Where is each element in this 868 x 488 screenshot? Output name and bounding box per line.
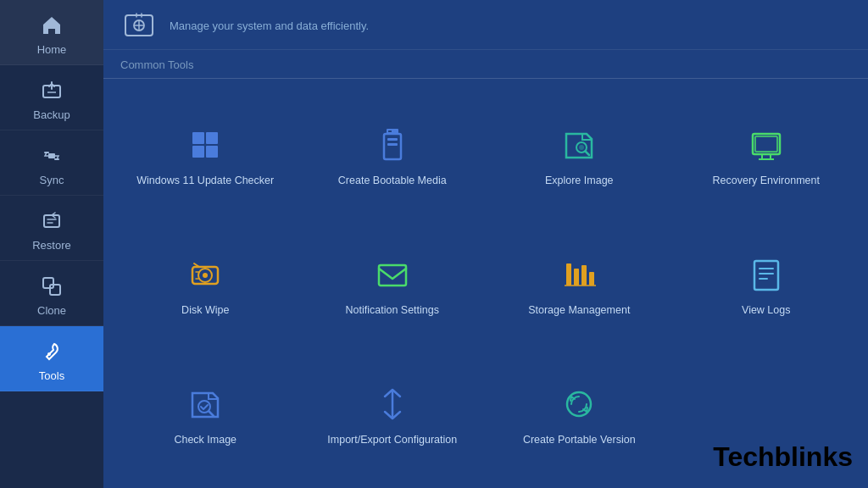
svg-rect-30	[581, 265, 587, 286]
home-icon	[38, 12, 65, 39]
svg-rect-31	[589, 272, 594, 286]
svg-rect-9	[192, 146, 204, 158]
svg-rect-10	[206, 146, 218, 158]
explore-image-icon	[557, 123, 601, 167]
tool-disk-wipe[interactable]: Disk Wipe	[112, 220, 299, 350]
tools-header-icon	[120, 7, 158, 44]
recovery-env-icon	[744, 123, 788, 167]
win11-update-label: Windows 11 Update Checker	[136, 174, 274, 187]
svg-rect-2	[44, 215, 59, 227]
tool-bootable-media[interactable]: Create Bootable Media	[299, 91, 487, 220]
svg-rect-13	[388, 130, 392, 132]
explore-image-label: Explore Image	[545, 174, 614, 187]
win11-update-icon	[183, 123, 227, 167]
section-label: Common Tools	[103, 50, 868, 79]
tool-win11-update[interactable]: Windows 11 Update Checker	[112, 91, 299, 220]
portable-ver-label: Create Portable Version	[523, 433, 636, 446]
svg-point-5	[47, 352, 51, 356]
import-export-icon	[370, 382, 415, 426]
tool-recovery-env[interactable]: Recovery Environment	[673, 91, 860, 220]
storage-mgmt-icon	[557, 252, 601, 297]
svg-rect-7	[192, 132, 204, 144]
notification-label: Notification Settings	[346, 303, 439, 317]
tool-storage-mgmt[interactable]: Storage Management	[486, 220, 673, 350]
svg-rect-29	[574, 269, 579, 286]
backup-icon	[38, 77, 65, 104]
svg-rect-14	[387, 138, 398, 141]
sidebar-item-tools[interactable]: Tools	[0, 326, 103, 391]
disk-wipe-label: Disk Wipe	[181, 303, 229, 317]
sidebar-item-sync[interactable]: Sync	[0, 130, 103, 196]
view-logs-icon	[744, 252, 788, 297]
svg-rect-28	[566, 263, 571, 286]
tool-explore-image[interactable]: Explore Image	[486, 91, 673, 220]
page-header: Manage your system and data efficiently.	[103, 0, 868, 50]
sidebar-item-clone[interactable]: Clone	[0, 261, 103, 326]
clone-icon	[38, 273, 65, 300]
tools-grid: Windows 11 Update Checker Create Bootabl…	[103, 82, 868, 488]
svg-rect-4	[50, 285, 60, 295]
main-content: Manage your system and data efficiently.…	[103, 0, 868, 488]
import-export-label: Import/Export Configuration	[327, 433, 457, 446]
tool-view-logs[interactable]: View Logs	[673, 220, 860, 350]
svg-line-38	[209, 412, 214, 417]
tools-icon	[38, 338, 65, 365]
tool-import-export[interactable]: Import/Export Configuration	[299, 350, 487, 480]
tool-check-image[interactable]: Check Image	[112, 350, 299, 480]
svg-point-17	[579, 145, 584, 150]
notification-icon	[370, 252, 415, 297]
svg-rect-20	[755, 136, 777, 152]
portable-ver-icon	[557, 382, 601, 426]
svg-rect-15	[387, 143, 398, 146]
recovery-env-label: Recovery Environment	[713, 174, 820, 187]
svg-rect-1	[48, 153, 55, 158]
check-image-icon	[183, 382, 227, 426]
restore-icon	[38, 208, 65, 235]
header-subtitle: Manage your system and data efficiently.	[170, 19, 369, 32]
view-logs-label: View Logs	[742, 303, 790, 317]
svg-rect-27	[379, 265, 406, 286]
bootable-media-icon	[370, 123, 415, 167]
bootable-media-label: Create Bootable Media	[338, 174, 447, 187]
storage-mgmt-label: Storage Management	[528, 303, 630, 317]
check-image-label: Check Image	[174, 433, 236, 446]
sidebar: Home Backup Sync	[0, 0, 103, 488]
svg-rect-8	[206, 132, 218, 144]
sidebar-item-restore[interactable]: Restore	[0, 196, 103, 261]
sidebar-item-home[interactable]: Home	[0, 0, 103, 65]
svg-line-18	[586, 152, 590, 156]
sidebar-item-backup[interactable]: Backup	[0, 65, 103, 130]
svg-rect-33	[754, 261, 778, 290]
sync-icon	[38, 142, 65, 169]
svg-point-26	[203, 273, 208, 278]
tool-portable-ver[interactable]: Create Portable Version	[486, 350, 673, 480]
tool-notification[interactable]: Notification Settings	[299, 220, 487, 350]
disk-wipe-icon	[183, 252, 227, 297]
svg-rect-3	[43, 278, 53, 288]
svg-rect-12	[384, 134, 401, 159]
